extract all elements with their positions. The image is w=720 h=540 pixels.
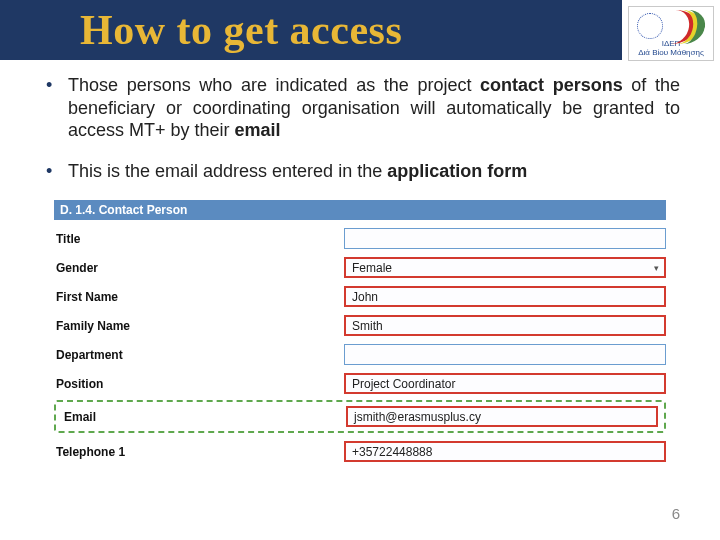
- value-first-name: John: [352, 290, 378, 304]
- bullet-1-bold-b: email: [235, 120, 281, 140]
- field-email[interactable]: jsmith@erasmusplus.cy: [346, 406, 658, 427]
- row-telephone1: Telephone 1 +35722448888: [54, 441, 666, 462]
- bullet-1-text-a: Those persons who are indicated as the p…: [68, 75, 480, 95]
- field-first-name[interactable]: John: [344, 286, 666, 307]
- field-family-name[interactable]: Smith: [344, 315, 666, 336]
- contact-form-screenshot: D. 1.4. Contact Person Title Gender Fema…: [54, 200, 666, 462]
- logo-text-2: Διά Βίου Μάθησης: [638, 49, 704, 57]
- value-telephone1: +35722448888: [352, 445, 432, 459]
- label-email: Email: [62, 410, 346, 424]
- label-department: Department: [54, 348, 344, 362]
- value-gender: Female: [352, 261, 392, 275]
- bullet-2-text: This is the email address entered in the: [68, 161, 387, 181]
- title-bar: How to get access: [0, 0, 622, 60]
- bullet-2: This is the email address entered in the…: [40, 160, 680, 183]
- label-title: Title: [54, 232, 344, 246]
- logo-graphic: [635, 10, 707, 39]
- body-content: Those persons who are indicated as the p…: [0, 60, 720, 462]
- field-gender[interactable]: Female ▾: [344, 257, 666, 278]
- row-first-name: First Name John: [54, 286, 666, 307]
- dropdown-icon[interactable]: ▾: [650, 261, 662, 274]
- slide-title: How to get access: [80, 6, 402, 54]
- bullet-list: Those persons who are indicated as the p…: [40, 74, 680, 182]
- form-section-header: D. 1.4. Contact Person: [54, 200, 666, 220]
- label-position: Position: [54, 377, 344, 391]
- field-title[interactable]: [344, 228, 666, 249]
- row-position: Position Project Coordinator: [54, 373, 666, 394]
- email-highlight-box: Email jsmith@erasmusplus.cy: [54, 400, 666, 433]
- field-position[interactable]: Project Coordinator: [344, 373, 666, 394]
- field-telephone1[interactable]: +35722448888: [344, 441, 666, 462]
- value-email: jsmith@erasmusplus.cy: [354, 410, 481, 424]
- label-telephone1: Telephone 1: [54, 445, 344, 459]
- idep-logo: ΙΔΕΠ Διά Βίου Μάθησης: [628, 6, 714, 61]
- row-gender: Gender Female ▾: [54, 257, 666, 278]
- label-gender: Gender: [54, 261, 344, 275]
- row-family-name: Family Name Smith: [54, 315, 666, 336]
- row-email: Email jsmith@erasmusplus.cy: [62, 406, 658, 427]
- value-position: Project Coordinator: [352, 377, 455, 391]
- bullet-1-bold-a: contact persons: [480, 75, 623, 95]
- label-family-name: Family Name: [54, 319, 344, 333]
- field-department[interactable]: [344, 344, 666, 365]
- bullet-1: Those persons who are indicated as the p…: [40, 74, 680, 142]
- value-family-name: Smith: [352, 319, 383, 333]
- row-department: Department: [54, 344, 666, 365]
- page-number: 6: [672, 505, 680, 522]
- row-title: Title: [54, 228, 666, 249]
- label-first-name: First Name: [54, 290, 344, 304]
- bullet-2-bold: application form: [387, 161, 527, 181]
